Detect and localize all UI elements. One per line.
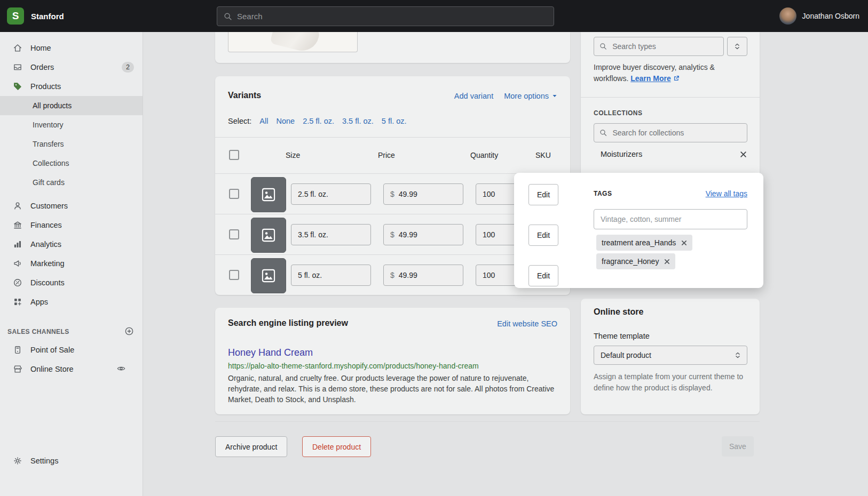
product-organization-card: Improve buyer discovery, analytics & wor… [581,32,760,174]
seo-page-title[interactable]: Honey Hand Cream [228,347,313,358]
remove-tag-icon[interactable] [681,240,687,246]
seo-description: Organic, natural, and cruelty free. Our … [228,373,555,405]
price-input[interactable]: $ 49.99 [383,265,463,286]
collections-label: COLLECTIONS [594,109,643,117]
store-name[interactable]: Stanford [31,12,64,21]
sidebar-item-online-store[interactable]: Online Store [0,359,143,379]
analytics-icon [13,239,22,249]
external-link-icon [673,75,680,82]
select-all-checkbox[interactable] [229,150,239,160]
sidebar-item-apps[interactable]: Apps [0,292,143,311]
archive-product-button[interactable]: Archive product [215,436,287,457]
user-menu[interactable]: Jonathan Osborn [779,0,859,32]
view-all-tags-link[interactable]: View all tags [706,189,747,198]
sidebar-item-gift-cards[interactable]: Gift cards [0,173,143,192]
price-input[interactable]: $ 49.99 [383,224,463,245]
learn-more-link[interactable]: Learn More [630,74,670,83]
select-label: Select: [228,117,251,125]
theme-template-select[interactable]: Default product [594,346,747,365]
shopify-logo-icon[interactable]: S [7,7,24,25]
sidebar-item-marketing[interactable]: Marketing [0,254,143,273]
more-options-link[interactable]: More options [504,92,557,100]
up-down-chevrons-icon [734,351,741,359]
eye-icon [116,364,126,373]
sidebar-item-home[interactable]: Home [0,38,143,58]
search-types-stepper[interactable] [727,37,747,56]
select-none-link[interactable]: None [276,117,295,125]
currency-symbol: $ [390,271,394,279]
seo-url: https://palo-alto-theme-stanford.myshopi… [228,362,479,370]
column-price: Price [378,151,395,159]
seo-card: Search engine listing preview Edit websi… [215,308,570,414]
sidebar-item-products[interactable]: Products [0,77,143,96]
select-size-link[interactable]: 5 fl. oz. [382,117,407,125]
remove-tag-icon[interactable] [664,259,670,265]
add-variant-link[interactable]: Add variant [454,92,493,100]
variant-thumbnail[interactable] [251,177,286,212]
sidebar-item-point-of-sale[interactable]: Point of Sale [0,340,143,359]
add-channel-button[interactable] [124,326,134,338]
variant-checkbox[interactable] [229,189,239,199]
preview-store-button[interactable] [116,364,134,375]
currency-symbol: $ [390,230,394,239]
search-icon [599,129,607,137]
customers-icon [13,201,22,211]
tags-section-header: TAGS View all tags [594,189,747,198]
gear-icon [13,456,22,466]
edit-variant-button[interactable]: Edit [528,184,558,205]
sidebar-item-customers[interactable]: Customers [0,196,143,215]
remove-collection-icon[interactable] [740,151,747,158]
currency-symbol: $ [390,190,394,198]
tag-chip: fragrance_Honey [596,253,675,269]
sidebar-item-orders[interactable]: Orders 2 [0,58,143,77]
template-description: Assign a template from your current them… [594,371,747,394]
edit-variant-button[interactable]: Edit [528,225,558,246]
top-bar: S Stanford Search Jonathan Osborn [0,0,868,32]
sidebar-item-collections[interactable]: Collections [0,154,143,173]
orders-icon [13,62,22,72]
select-size-link[interactable]: 2.5 fl. oz. [303,117,334,125]
sidebar-item-inventory[interactable]: Inventory [0,115,143,134]
sidebar-item-settings[interactable]: Settings [0,451,142,470]
delete-product-button[interactable]: Delete product [302,436,371,457]
finances-icon [13,220,22,230]
variant-checkbox[interactable] [229,270,239,280]
search-placeholder: Search [237,12,263,21]
size-input[interactable] [291,224,371,245]
online-store-title: Online store [594,307,643,317]
edit-website-seo-link[interactable]: Edit website SEO [497,319,557,328]
tag-chip-label: fragrance_Honey [602,257,659,266]
sidebar-item-finances[interactable]: Finances [0,215,143,235]
image-placeholder-icon [261,187,277,203]
types-help-text: Improve buyer discovery, analytics & wor… [594,62,747,84]
size-input[interactable] [291,265,371,286]
collections-search-input[interactable] [594,123,747,142]
size-input[interactable] [291,183,371,205]
global-search-input[interactable]: Search [217,6,554,26]
variant-checkbox[interactable] [229,229,239,239]
variant-thumbnail[interactable] [251,218,286,253]
select-all-link[interactable]: All [259,117,268,125]
select-size-link[interactable]: 3.5 fl. oz. [342,117,374,125]
user-name: Jonathan Osborn [802,12,859,20]
theme-template-label: Theme template [594,332,650,340]
up-down-chevrons-icon [733,43,741,50]
sidebar-item-discounts[interactable]: Discounts [0,273,143,292]
caret-down-icon [552,93,557,99]
price-input[interactable]: $ 49.99 [383,183,463,205]
edit-variant-button[interactable]: Edit [528,265,558,286]
price-value: 49.99 [399,271,417,279]
sidebar-item-transfers[interactable]: Transfers [0,134,143,154]
sidebar-item-all-products[interactable]: All products [0,96,143,115]
seo-card-title: Search engine listing preview [228,318,348,328]
tags-input[interactable] [594,209,747,229]
variant-thumbnail[interactable] [251,258,286,293]
sidebar-item-analytics[interactable]: Analytics [0,235,143,254]
search-types-input[interactable] [594,37,724,56]
image-placeholder-icon [261,227,277,243]
marketing-icon [13,259,22,268]
product-photo[interactable] [228,32,358,52]
save-button[interactable]: Save [722,436,754,457]
home-icon [13,43,22,53]
shopify-admin-page: S Stanford Search Jonathan Osborn Home O… [0,0,868,496]
